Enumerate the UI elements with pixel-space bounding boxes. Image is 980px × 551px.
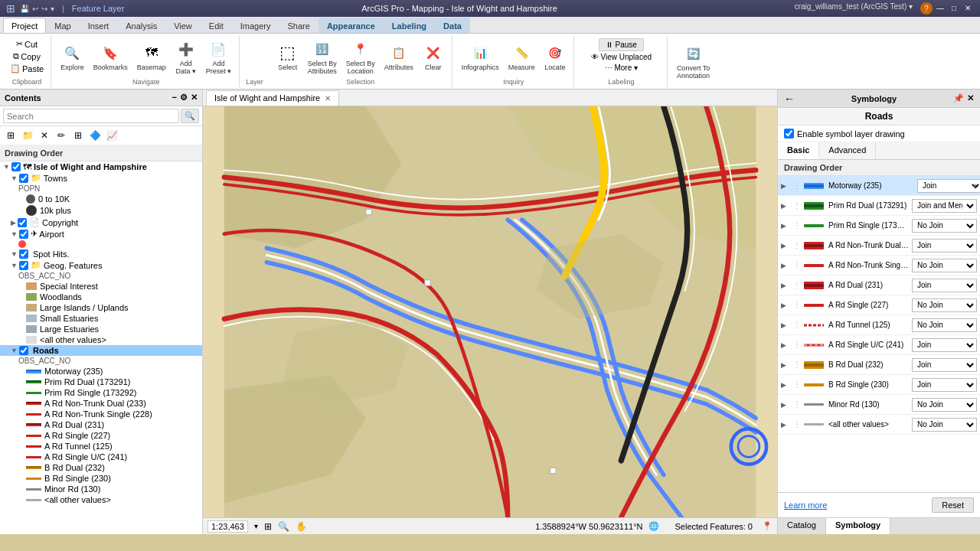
sym-expand-icon[interactable]: ▶ bbox=[781, 282, 790, 289]
map-canvas[interactable] bbox=[203, 106, 777, 517]
infographics-button[interactable]: 📊 Infographics bbox=[459, 41, 502, 73]
edit-layer-icon[interactable]: ✏ bbox=[54, 128, 69, 143]
convert-annotation-button[interactable]: 🔄 Convert ToAnnotation bbox=[674, 41, 713, 81]
sym-row-other[interactable]: ▶ ⋮ <all other values> No Join Join Join… bbox=[778, 415, 980, 435]
tab-project[interactable]: Project bbox=[3, 18, 46, 33]
sym-join-select-b-rd-single[interactable]: Join No Join Join and Merge bbox=[912, 378, 977, 392]
list-item[interactable]: ▶ 📄 Copyright bbox=[0, 217, 202, 228]
undo-icon[interactable]: ↩ bbox=[32, 5, 38, 13]
tab-imagery[interactable]: Imagery bbox=[232, 18, 279, 33]
sym-row-a-rd-nontrunk-single[interactable]: ▶ ⋮ A Rd Non-Trunk Single (2... No Join … bbox=[778, 256, 980, 276]
sym-drag-icon[interactable]: ⋮ bbox=[793, 281, 801, 289]
list-item[interactable]: ▼ 📁 Geog. Features bbox=[0, 259, 202, 271]
close-tab-icon[interactable]: ✕ bbox=[325, 94, 331, 103]
list-item[interactable]: Small Estuaries bbox=[0, 313, 202, 324]
list-item[interactable]: Large Islands / Uplands bbox=[0, 302, 202, 313]
sym-header-icons[interactable]: 📌 ✕ bbox=[953, 93, 974, 103]
attributes-button[interactable]: 📋 Attributes bbox=[381, 41, 416, 73]
sym-expand-icon[interactable]: ▶ bbox=[781, 381, 790, 389]
tab-edit[interactable]: Edit bbox=[201, 18, 232, 33]
list-item[interactable] bbox=[0, 240, 202, 249]
list-item[interactable]: ▼ Spot Hits. bbox=[0, 249, 202, 259]
layer-checkbox[interactable] bbox=[19, 261, 28, 270]
catalog-tab[interactable]: Catalog bbox=[778, 518, 826, 534]
list-item[interactable]: Special Interest bbox=[0, 281, 202, 292]
paste-button[interactable]: 📋 Paste bbox=[8, 63, 46, 74]
basemap-button[interactable]: 🗺 Basemap bbox=[134, 41, 169, 73]
sym-row-a-rd-single[interactable]: ▶ ⋮ A Rd Single (227) No Join Join Join … bbox=[778, 295, 980, 315]
sym-drag-icon[interactable]: ⋮ bbox=[793, 261, 801, 269]
quick-access-toolbar[interactable]: 💾 ↩ ↪ ▾ bbox=[20, 5, 54, 13]
sym-join-select-a-rd-dual[interactable]: Join No Join Join and Merge bbox=[912, 279, 977, 292]
list-item[interactable]: B Rd Single (230) bbox=[0, 473, 202, 484]
sym-drag-icon[interactable]: ⋮ bbox=[793, 420, 801, 429]
list-item[interactable]: ▼ ✈ Airport bbox=[0, 228, 202, 240]
tab-map[interactable]: Map bbox=[46, 18, 79, 33]
sym-expand-icon[interactable]: ▶ bbox=[781, 401, 790, 409]
add-preset-button[interactable]: 📄 AddPreset ▾ bbox=[203, 37, 235, 77]
sym-expand-icon[interactable]: ▶ bbox=[781, 321, 790, 329]
sym-row-prim-rd-single[interactable]: ▶ ⋮ Prim Rd Single (173292) No Join Join… bbox=[778, 216, 980, 236]
sym-drag-icon[interactable]: ⋮ bbox=[793, 221, 801, 230]
list-item[interactable]: Prim Rd Dual (173291) bbox=[0, 377, 202, 387]
sym-close-icon[interactable]: ✕ bbox=[967, 93, 974, 103]
sym-row-a-rd-uc[interactable]: ▶ ⋮ A Rd Single U/C (241) Join No Join J… bbox=[778, 335, 980, 355]
learn-more-link[interactable]: Learn more bbox=[784, 500, 827, 510]
search-input[interactable] bbox=[3, 109, 179, 123]
sym-expand-icon[interactable]: ▶ bbox=[781, 421, 790, 429]
sym-pin-icon[interactable]: 📌 bbox=[953, 93, 964, 103]
list-item[interactable]: Minor Rd (130) bbox=[0, 484, 202, 494]
redo-icon[interactable]: ↪ bbox=[41, 5, 47, 13]
list-item[interactable]: ▼ 📁 Towns bbox=[0, 172, 202, 184]
select-by-attr-button[interactable]: 🔢 Select ByAttributes bbox=[305, 37, 340, 77]
sym-row-prim-rd-dual[interactable]: ▶ ⋮ Prim Rd Dual (173291) Join and Merge… bbox=[778, 196, 980, 216]
sym-drag-icon[interactable]: ⋮ bbox=[793, 380, 801, 389]
locate-button[interactable]: 🎯 Locate bbox=[541, 41, 569, 73]
close-panel-icon[interactable]: ✕ bbox=[191, 93, 198, 103]
save-icon[interactable]: 💾 bbox=[20, 5, 29, 13]
sym-expand-icon[interactable]: ▶ bbox=[781, 182, 790, 190]
chart-icon[interactable]: 📈 bbox=[104, 128, 119, 143]
sym-join-select-a-rd-single[interactable]: No Join Join Join and Merge bbox=[912, 298, 977, 312]
add-layer-icon[interactable]: ⊞ bbox=[3, 128, 18, 143]
window-controls[interactable]: craig_williams_test (ArcGIS Test) ▾ ? — … bbox=[795, 2, 974, 15]
tab-appearance[interactable]: Appearance bbox=[318, 18, 384, 33]
sym-join-select-minor-rd[interactable]: No Join Join Join and Merge bbox=[912, 398, 977, 412]
more-button[interactable]: ⋯ More ▾ bbox=[603, 63, 640, 73]
sym-expand-icon[interactable]: ▶ bbox=[781, 202, 790, 210]
close-button[interactable]: ✕ bbox=[962, 2, 974, 13]
sym-drag-icon[interactable]: ⋮ bbox=[793, 360, 801, 369]
layer-checkbox[interactable] bbox=[19, 346, 28, 355]
tab-data[interactable]: Data bbox=[435, 18, 470, 33]
list-item[interactable]: A Rd Tunnel (125) bbox=[0, 441, 202, 452]
tab-insert[interactable]: Insert bbox=[80, 18, 118, 33]
pan-icon[interactable]: ✋ bbox=[296, 521, 307, 532]
list-item[interactable]: ▼ 🗺 Isle of Wight and Hampshire bbox=[0, 161, 202, 172]
sym-join-select-a-rd-tunnel[interactable]: No Join Join Join and Merge bbox=[912, 318, 977, 332]
sym-expand-icon[interactable]: ▶ bbox=[781, 341, 790, 349]
remove-layer-icon[interactable]: ✕ bbox=[37, 128, 52, 143]
list-item[interactable]: Large Estuaries bbox=[0, 324, 202, 334]
symbology-tab[interactable]: Symbology bbox=[826, 518, 890, 534]
sym-drag-icon[interactable]: ⋮ bbox=[793, 321, 801, 329]
sym-row-b-rd-single[interactable]: ▶ ⋮ B Rd Single (230) Join No Join Join … bbox=[778, 375, 980, 395]
sym-drag-icon[interactable]: ⋮ bbox=[793, 181, 801, 190]
select-by-loc-button[interactable]: 📍 Select ByLocation bbox=[343, 37, 378, 77]
sym-join-select-b-rd-dual[interactable]: Join No Join Join and Merge bbox=[912, 358, 977, 372]
sym-join-select-prim-rd-dual[interactable]: Join and Merge Join No Join bbox=[912, 199, 977, 213]
settings-icon[interactable]: ⚙ bbox=[180, 93, 188, 103]
sym-row-motorway[interactable]: ▶ ⋮ Motorway (235) Join No Join Join and… bbox=[778, 176, 980, 196]
layer-checkbox[interactable] bbox=[18, 218, 27, 227]
group-layer-icon[interactable]: 📁 bbox=[20, 128, 35, 143]
sym-expand-icon[interactable]: ▶ bbox=[781, 361, 790, 369]
filter-icon[interactable]: 🔷 bbox=[87, 128, 103, 143]
list-item[interactable]: A Rd Single U/C (241) bbox=[0, 452, 202, 462]
list-item[interactable]: B Rd Dual (232) bbox=[0, 462, 202, 473]
sym-expand-icon[interactable]: ▶ bbox=[781, 262, 790, 269]
sym-row-a-rd-nontrunk-dual[interactable]: ▶ ⋮ A Rd Non-Trunk Dual (233) Join No Jo… bbox=[778, 236, 980, 256]
tab-basic[interactable]: Basic bbox=[778, 142, 819, 159]
map-tab[interactable]: Isle of Wight and Hampshire ✕ bbox=[206, 90, 339, 106]
layer-checkbox[interactable] bbox=[19, 249, 28, 259]
list-item[interactable]: A Rd Non-Trunk Dual (233) bbox=[0, 398, 202, 409]
sym-row-b-rd-dual[interactable]: ▶ ⋮ B Rd Dual (232) Join No Join Join an… bbox=[778, 355, 980, 375]
